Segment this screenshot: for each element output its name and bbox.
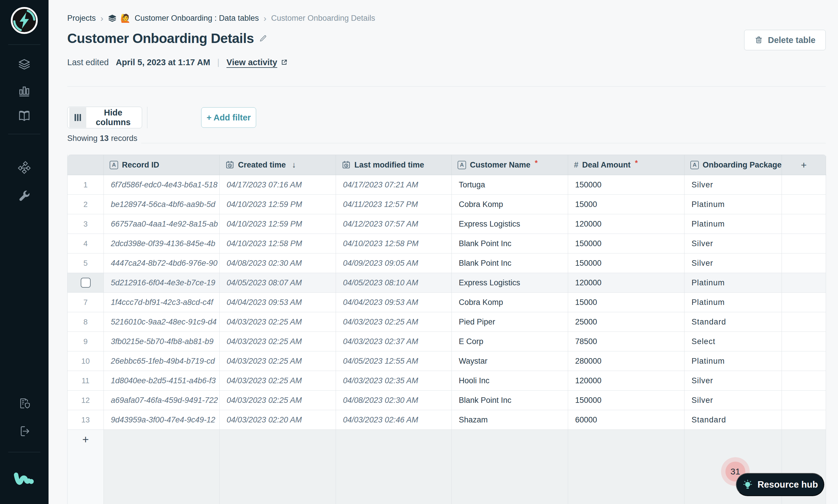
hide-columns-button[interactable]: Hide columns bbox=[67, 107, 142, 128]
record-id-cell[interactable]: 4447ca24-8b72-4bd6-976e-90 bbox=[104, 253, 219, 273]
created-time-cell[interactable]: 04/08/2023 02:30 AM bbox=[219, 253, 336, 273]
add-row-cell[interactable]: + bbox=[68, 430, 104, 504]
column-header-created-time[interactable]: Created time ↓ bbox=[219, 155, 336, 175]
created-time-cell[interactable]: 04/05/2023 08:07 AM bbox=[219, 273, 336, 293]
sidebar-item-integrations[interactable] bbox=[0, 161, 49, 174]
modified-time-cell[interactable]: 04/04/2023 09:53 AM bbox=[336, 293, 452, 312]
sidebar-item-settings[interactable] bbox=[0, 189, 49, 203]
onboarding-package-cell[interactable]: Silver bbox=[684, 391, 782, 410]
deal-amount-cell[interactable]: 150000 bbox=[568, 391, 684, 410]
customer-name-cell[interactable]: E Corp bbox=[452, 332, 568, 352]
customer-name-cell[interactable]: Hooli Inc bbox=[452, 371, 568, 391]
onboarding-package-cell[interactable]: Platinum bbox=[684, 293, 782, 312]
onboarding-package-cell[interactable]: Select bbox=[684, 332, 782, 352]
modified-time-cell[interactable]: 04/05/2023 08:10 AM bbox=[336, 273, 452, 293]
sidebar-item-charts[interactable] bbox=[0, 84, 49, 98]
add-column-button[interactable]: + bbox=[782, 155, 826, 175]
deal-amount-cell[interactable]: 60000 bbox=[568, 410, 684, 430]
record-id-cell[interactable]: 26ebbc65-1feb-49b4-b719-cd bbox=[104, 352, 219, 371]
column-header-last-modified[interactable]: Last modified time bbox=[336, 155, 452, 175]
row-number-cell[interactable]: 13 bbox=[68, 410, 104, 430]
deal-amount-cell[interactable]: 15000 bbox=[568, 195, 684, 214]
deal-amount-cell[interactable]: 150000 bbox=[568, 253, 684, 273]
customer-name-cell[interactable]: Blank Point Inc bbox=[452, 391, 568, 410]
row-number-cell[interactable]: 3 bbox=[68, 214, 104, 234]
created-time-cell[interactable]: 04/03/2023 02:25 AM bbox=[219, 352, 336, 371]
customer-name-cell[interactable]: Shazam bbox=[452, 410, 568, 430]
onboarding-package-cell[interactable]: Standard bbox=[684, 312, 782, 332]
delete-table-button[interactable]: Delete table bbox=[744, 30, 826, 50]
onboarding-package-cell[interactable]: Silver bbox=[684, 371, 782, 391]
row-number-cell[interactable]: 2 bbox=[68, 195, 104, 214]
customer-name-cell[interactable]: Blank Point Inc bbox=[452, 253, 568, 273]
customer-name-cell[interactable]: Pied Piper bbox=[452, 312, 568, 332]
created-time-cell[interactable]: 04/03/2023 02:25 AM bbox=[219, 371, 336, 391]
created-time-cell[interactable]: 04/03/2023 02:25 AM bbox=[219, 312, 336, 332]
onboarding-package-cell[interactable]: Silver bbox=[684, 175, 782, 195]
deal-amount-cell[interactable]: 15000 bbox=[568, 293, 684, 312]
record-id-cell[interactable]: 5d212916-6f04-4e3e-b7ce-19 bbox=[104, 273, 219, 293]
customer-name-cell[interactable]: Waystar bbox=[452, 352, 568, 371]
row-number-cell[interactable]: 11 bbox=[68, 371, 104, 391]
edit-title-pencil-icon[interactable] bbox=[259, 34, 267, 42]
deal-amount-cell[interactable]: 120000 bbox=[568, 214, 684, 234]
customer-name-cell[interactable]: Blank Point Inc bbox=[452, 234, 568, 253]
record-id-cell[interactable]: be128974-56ca-4bf6-aa9b-5d bbox=[104, 195, 219, 214]
deal-amount-cell[interactable]: 280000 bbox=[568, 352, 684, 371]
created-time-cell[interactable]: 04/10/2023 12:59 PM bbox=[219, 195, 336, 214]
deal-amount-cell[interactable]: 150000 bbox=[568, 234, 684, 253]
record-id-cell[interactable]: 3fb0215e-5b70-4fb8-ab81-b9 bbox=[104, 332, 219, 352]
record-id-cell[interactable]: 6f7d586f-edc0-4e43-b6a1-518 bbox=[104, 175, 219, 195]
resource-hub-button[interactable]: Resource hub bbox=[736, 473, 824, 496]
row-number-cell[interactable]: 10 bbox=[68, 352, 104, 371]
onboarding-package-cell[interactable]: Platinum bbox=[684, 195, 782, 214]
deal-amount-cell[interactable]: 150000 bbox=[568, 175, 684, 195]
sidebar-item-tables[interactable] bbox=[0, 58, 49, 71]
record-id-cell[interactable]: 1d8040ee-b2d5-4151-a4b6-f3 bbox=[104, 371, 219, 391]
column-header-record-id[interactable]: A Record ID bbox=[104, 155, 219, 175]
sidebar-item-docs[interactable] bbox=[0, 110, 49, 123]
created-time-cell[interactable]: 04/17/2023 07:16 AM bbox=[219, 175, 336, 195]
onboarding-package-cell[interactable]: Platinum bbox=[684, 273, 782, 293]
created-time-cell[interactable]: 04/03/2023 02:25 AM bbox=[219, 332, 336, 352]
row-number-cell[interactable]: 7 bbox=[68, 293, 104, 312]
breadcrumb-datatables[interactable]: Customer Onboarding : Data tables bbox=[135, 14, 259, 23]
row-number-cell[interactable]: 5 bbox=[68, 253, 104, 273]
customer-name-cell[interactable]: Cobra Komp bbox=[452, 195, 568, 214]
onboarding-package-cell[interactable]: Platinum bbox=[684, 214, 782, 234]
customer-name-cell[interactable]: Cobra Komp bbox=[452, 293, 568, 312]
view-activity-link[interactable]: View activity bbox=[227, 58, 288, 67]
record-id-cell[interactable]: 2dcd398e-0f39-4136-845e-4b bbox=[104, 234, 219, 253]
modified-time-cell[interactable]: 04/03/2023 02:25 AM bbox=[336, 312, 452, 332]
sidebar-item-admin[interactable] bbox=[0, 397, 49, 410]
row-number-cell[interactable]: 8 bbox=[68, 312, 104, 332]
column-header-customer-name[interactable]: A Customer Name * bbox=[452, 155, 568, 175]
deal-amount-cell[interactable]: 120000 bbox=[568, 371, 684, 391]
modified-time-cell[interactable]: 04/17/2023 07:21 AM bbox=[336, 175, 452, 195]
created-time-cell[interactable]: 04/10/2023 12:59 PM bbox=[219, 214, 336, 234]
row-number-cell[interactable] bbox=[68, 273, 104, 293]
add-row-button[interactable]: + bbox=[82, 434, 89, 445]
deal-amount-cell[interactable]: 120000 bbox=[568, 273, 684, 293]
modified-time-cell[interactable]: 04/12/2023 07:57 AM bbox=[336, 214, 452, 234]
record-id-cell[interactable]: 5216010c-9aa2-48ec-91c9-d4 bbox=[104, 312, 219, 332]
breadcrumb-projects[interactable]: Projects bbox=[67, 14, 96, 23]
customer-name-cell[interactable]: Express Logistics bbox=[452, 214, 568, 234]
record-id-cell[interactable]: 66757aa0-4aa1-4e92-8a15-ab bbox=[104, 214, 219, 234]
app-logo[interactable] bbox=[0, 6, 49, 35]
add-filter-button[interactable]: + Add filter bbox=[201, 107, 256, 128]
row-number-cell[interactable]: 1 bbox=[68, 175, 104, 195]
deal-amount-cell[interactable]: 78500 bbox=[568, 332, 684, 352]
record-id-cell[interactable]: 9d43959a-3f00-47e4-9c49-12 bbox=[104, 410, 219, 430]
onboarding-package-cell[interactable]: Standard bbox=[684, 410, 782, 430]
modified-time-cell[interactable]: 04/08/2023 02:30 AM bbox=[336, 391, 452, 410]
modified-time-cell[interactable]: 04/05/2023 12:55 AM bbox=[336, 352, 452, 371]
modified-time-cell[interactable]: 04/10/2023 12:58 PM bbox=[336, 234, 452, 253]
modified-time-cell[interactable]: 04/03/2023 02:46 AM bbox=[336, 410, 452, 430]
customer-name-cell[interactable]: Express Logistics bbox=[452, 273, 568, 293]
deal-amount-cell[interactable]: 25000 bbox=[568, 312, 684, 332]
record-id-cell[interactable]: 1f4ccc7d-bf91-42c3-a8cd-c4f bbox=[104, 293, 219, 312]
onboarding-package-cell[interactable]: Platinum bbox=[684, 352, 782, 371]
customer-name-cell[interactable]: Tortuga bbox=[452, 175, 568, 195]
record-id-cell[interactable]: a69afa07-46fa-459d-9491-722 bbox=[104, 391, 219, 410]
